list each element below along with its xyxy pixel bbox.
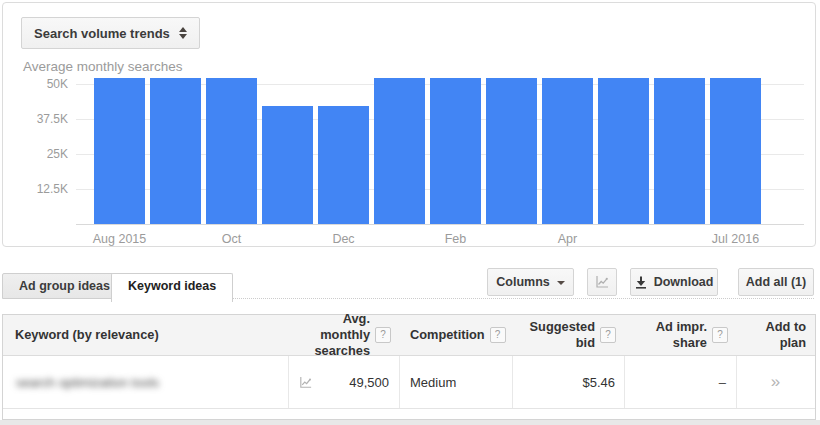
x-axis-tick-aug-2015: Aug 2015: [93, 232, 147, 246]
bar-oct-2015[interactable]: [206, 78, 257, 224]
y-axis-tick-37.5K: 37.5K: [8, 112, 68, 126]
search-volume-trends-dropdown[interactable]: Search volume trends: [21, 17, 200, 49]
x-axis-tick-dec: Dec: [332, 232, 354, 246]
bar-may-2016[interactable]: [598, 78, 649, 224]
cell-add-to-plan: »: [736, 356, 816, 408]
download-button-label: Download: [654, 275, 714, 289]
chart-title: Average monthly searches: [23, 59, 183, 74]
tab-ad-group-ideas[interactable]: Ad group ideas: [2, 273, 127, 299]
bar-nov-2015[interactable]: [262, 106, 313, 224]
columns-button-label: Columns: [496, 275, 549, 289]
help-icon-ad-impr-share[interactable]: ?: [712, 327, 728, 343]
header-add-to-plan: Add to plan: [736, 315, 816, 355]
bar-mar-2016[interactable]: [486, 78, 537, 224]
x-axis-tick-jul-2016: Jul 2016: [712, 232, 759, 246]
y-axis-tick-25K: 25K: [8, 147, 68, 161]
download-button[interactable]: Download: [630, 268, 718, 296]
x-axis-tick-apr: Apr: [558, 232, 577, 246]
x-axis-tick-feb: Feb: [445, 232, 467, 246]
ad-impr-share-value: –: [719, 375, 726, 390]
add-to-plan-button[interactable]: »: [771, 372, 781, 392]
cell-avg-monthly-searches: 49,500: [288, 356, 399, 408]
header-ad-impr-share: Ad impr. share ?: [624, 315, 736, 355]
sort-arrows-icon: [179, 27, 187, 39]
chart-view-toggle-button[interactable]: [587, 268, 617, 296]
header-keyword-label: Keyword (by relevance): [15, 327, 159, 343]
add-all-button[interactable]: Add all (1): [738, 268, 814, 296]
header-add-to-plan-label: Add to plan: [736, 319, 806, 351]
page-background-strip: [0, 420, 820, 425]
bar-sep-2015[interactable]: [150, 78, 201, 224]
bar-jun-2016[interactable]: [654, 78, 705, 224]
tab-baseline-divider: [218, 298, 814, 299]
cell-keyword[interactable]: search optimization tools: [3, 356, 288, 408]
help-icon-suggested-bid[interactable]: ?: [600, 327, 616, 343]
keyword-planner-screen: Search volume trends Average monthly sea…: [0, 0, 820, 425]
y-axis-tick-12.5K: 12.5K: [8, 182, 68, 196]
table-header-row: Keyword (by relevance) Avg. monthly sear…: [3, 315, 815, 356]
avg-monthly-searches-value: 49,500: [349, 375, 389, 390]
bar-apr-2016[interactable]: [542, 78, 593, 224]
cell-suggested-bid: $5.46: [512, 356, 624, 408]
header-competition: Competition ?: [399, 315, 512, 355]
header-avg-monthly-searches-label: Avg. monthly searches: [296, 311, 370, 359]
columns-button[interactable]: Columns: [487, 268, 574, 296]
y-axis-tick-50K: 50K: [8, 77, 68, 91]
line-chart-icon: [594, 274, 610, 290]
header-competition-label: Competition: [410, 327, 485, 343]
plot-area: 50K37.5K25K12.5KAug 2015OctDecFebAprJul …: [76, 77, 804, 225]
keyword-text-blurred: search optimization tools: [16, 375, 159, 390]
search-volume-trends-label: Search volume trends: [34, 26, 170, 41]
header-keyword: Keyword (by relevance): [3, 315, 288, 355]
header-suggested-bid: Suggested bid ?: [512, 315, 624, 355]
table-row: search optimization tools 49,500 Medium …: [3, 356, 815, 409]
tab-keyword-ideas[interactable]: Keyword ideas: [111, 273, 233, 302]
bar-jan-2016[interactable]: [374, 78, 425, 224]
bar-aug-2015[interactable]: [94, 78, 145, 224]
trend-chart-icon[interactable]: [298, 375, 313, 390]
bar-jul-2016[interactable]: [710, 78, 761, 224]
bar-feb-2016[interactable]: [430, 78, 481, 224]
x-axis-tick-oct: Oct: [222, 232, 241, 246]
header-ad-impr-share-label: Ad impr. share: [624, 319, 707, 351]
competition-value: Medium: [410, 375, 456, 390]
help-icon-competition[interactable]: ?: [490, 327, 506, 343]
help-icon-avg-monthly-searches[interactable]: ?: [375, 327, 391, 343]
add-all-button-label: Add all (1): [746, 275, 806, 289]
cell-competition: Medium: [399, 356, 512, 408]
bar-dec-2015[interactable]: [318, 106, 369, 224]
keyword-ideas-table: Keyword (by relevance) Avg. monthly sear…: [2, 314, 816, 420]
cell-ad-impr-share: –: [624, 356, 736, 408]
suggested-bid-value: $5.46: [582, 375, 615, 390]
chevron-down-icon: [557, 281, 565, 285]
download-icon: [635, 276, 647, 289]
header-suggested-bid-label: Suggested bid: [512, 319, 595, 351]
header-avg-monthly-searches: Avg. monthly searches ?: [288, 315, 399, 355]
search-volume-card: Search volume trends Average monthly sea…: [2, 2, 816, 247]
